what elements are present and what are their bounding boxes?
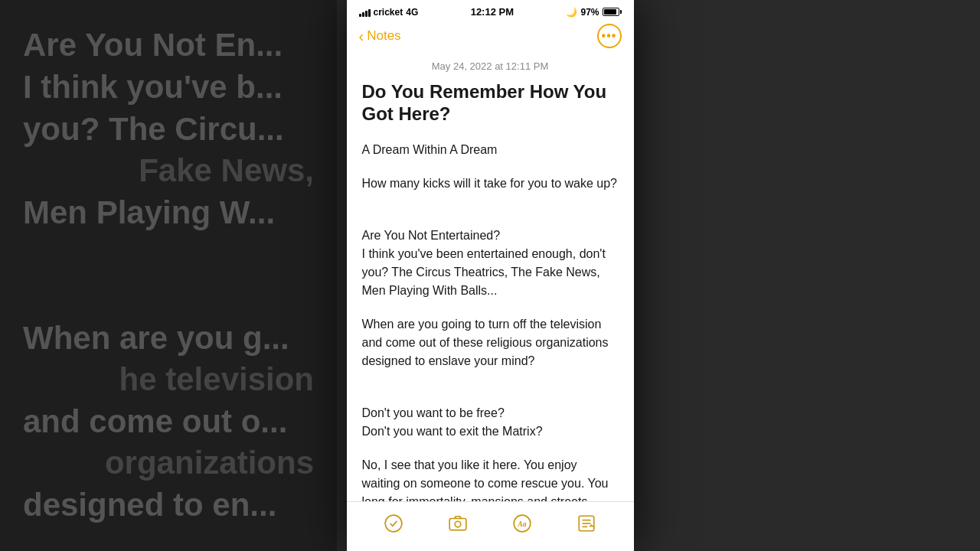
note-paragraph-3: Are You Not Entertained? I think you've … <box>362 208 619 300</box>
format-icon: Aa <box>512 514 532 533</box>
signal-bar-4 <box>368 9 371 17</box>
note-content[interactable]: May 24, 2022 at 12:11 PM Do You Remember… <box>347 54 634 501</box>
time-display: 12:12 PM <box>471 6 514 18</box>
note-title: Do You Remember How You Got Here? <box>362 81 619 126</box>
checklist-button[interactable] <box>381 511 406 536</box>
camera-button[interactable] <box>446 511 470 536</box>
note-paragraph-6: No, I see that you like it here. You enj… <box>362 456 619 501</box>
note-paragraph-2: How many kicks will it take for you to w… <box>362 174 619 193</box>
compose-icon <box>577 514 596 533</box>
moon-icon: 🌙 <box>566 7 577 18</box>
status-left: cricket 4G <box>359 7 419 18</box>
battery-percent: 97% <box>580 7 599 18</box>
status-bar: cricket 4G 12:12 PM 🌙 97% <box>347 0 634 21</box>
battery-icon <box>603 8 622 16</box>
chevron-left-icon: ‹ <box>359 28 364 45</box>
signal-bars <box>359 8 371 17</box>
svg-point-2 <box>455 521 461 527</box>
format-button[interactable]: Aa <box>510 511 534 536</box>
network-label: 4G <box>406 7 418 18</box>
phone-frame: cricket 4G 12:12 PM 🌙 97% ‹ Notes ••• Ma… <box>347 0 634 551</box>
svg-point-0 <box>386 515 403 532</box>
checklist-icon <box>384 514 403 533</box>
note-paragraph-4: When are you going to turn off the telev… <box>362 315 619 370</box>
svg-text:Aa: Aa <box>517 520 527 528</box>
back-label: Notes <box>367 28 400 44</box>
ellipsis-icon: ••• <box>602 29 617 43</box>
bottom-toolbar: Aa <box>347 501 634 551</box>
note-timestamp: May 24, 2022 at 12:11 PM <box>362 60 619 72</box>
status-right: 🌙 97% <box>566 7 621 18</box>
camera-icon <box>448 514 468 533</box>
back-button[interactable]: ‹ Notes <box>359 28 401 45</box>
nav-bar: ‹ Notes ••• <box>347 21 634 54</box>
bg-text-left: Are You Not En... I think you've b... yo… <box>0 0 337 551</box>
more-button[interactable]: ••• <box>597 24 622 48</box>
svg-rect-1 <box>449 519 466 530</box>
signal-bar-3 <box>365 11 368 17</box>
signal-bar-1 <box>359 14 361 17</box>
signal-bar-2 <box>362 12 364 17</box>
note-paragraph-5: Don't you want to be free? Don't you wan… <box>362 386 619 441</box>
compose-button[interactable] <box>574 511 599 536</box>
carrier-label: cricket <box>374 7 403 18</box>
note-paragraph-1: A Dream Within A Dream <box>362 141 619 159</box>
